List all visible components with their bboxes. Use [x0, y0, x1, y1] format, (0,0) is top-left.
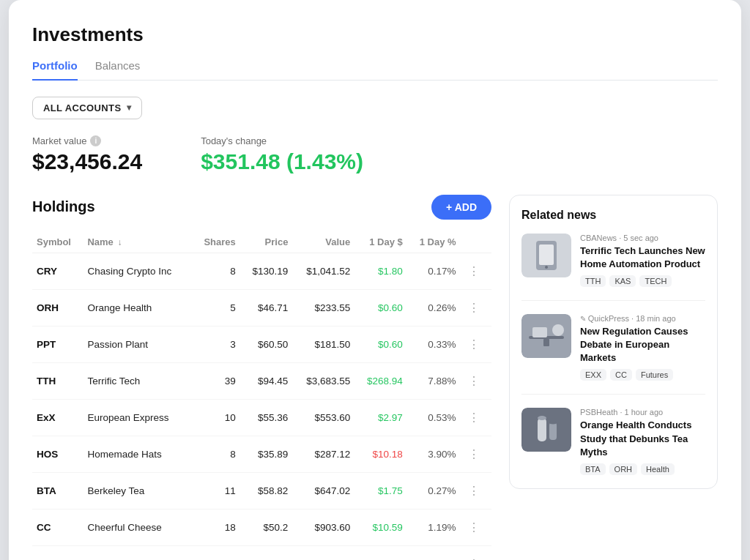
- cell-value: $1,041.52: [292, 253, 354, 289]
- col-day-dollar: 1 Day $: [354, 231, 407, 253]
- cell-symbol: KAS: [32, 545, 83, 560]
- cell-name: Passion Plant: [83, 326, 192, 362]
- holdings-header: Holdings + ADD: [32, 195, 491, 220]
- news-meta: ✎ QuickPress · 18 min ago New Regulation…: [580, 314, 705, 381]
- col-name: Name ↓: [83, 231, 192, 253]
- col-shares: Shares: [193, 231, 240, 253]
- cell-menu[interactable]: ⋮: [461, 436, 491, 472]
- news-section: Related news CBANews · 5 sec ago Terrifi…: [509, 195, 718, 561]
- cell-symbol: BTA: [32, 472, 83, 509]
- news-section-title: Related news: [521, 209, 705, 222]
- tab-balances[interactable]: Balances: [95, 59, 141, 81]
- cell-name: European Express: [83, 399, 192, 436]
- cell-day-pct: 0.17%: [407, 253, 461, 289]
- main-layout: Holdings + ADD Symbol Name ↓ Shares Pric…: [32, 195, 718, 561]
- row-menu-button[interactable]: ⋮: [465, 556, 483, 561]
- svg-rect-2: [539, 244, 554, 265]
- cell-menu[interactable]: ⋮: [461, 472, 491, 509]
- row-menu-button[interactable]: ⋮: [465, 446, 483, 463]
- cell-shares: 84: [193, 545, 240, 560]
- cell-symbol: PPT: [32, 326, 83, 362]
- cell-menu[interactable]: ⋮: [461, 289, 491, 326]
- cell-name: Berkeley Tea: [83, 472, 192, 509]
- svg-point-13: [549, 421, 557, 425]
- holdings-section: Holdings + ADD Symbol Name ↓ Shares Pric…: [32, 195, 491, 561]
- news-list: CBANews · 5 sec ago Terrific Tech Launch…: [521, 234, 705, 476]
- cell-shares: 10: [193, 399, 240, 436]
- cell-day-dollar: $2.97: [354, 399, 407, 436]
- news-tag: TECH: [639, 275, 672, 287]
- cell-menu[interactable]: ⋮: [461, 399, 491, 436]
- cell-day-pct: 1.19%: [407, 509, 461, 545]
- cell-value: $181.50: [292, 326, 354, 362]
- change-value: $351.48 (1.43%): [201, 149, 363, 174]
- news-source: CBANews · 5 sec ago: [580, 234, 705, 242]
- cell-day-pct: 1.79%: [407, 545, 461, 560]
- edit-icon: ✎: [580, 315, 588, 323]
- cell-price: $35.89: [240, 436, 293, 472]
- cell-shares: 3: [193, 326, 240, 362]
- cell-price: $60.50: [240, 326, 293, 362]
- news-meta: PSBHeath · 1 hour ago Orange Health Cond…: [580, 408, 705, 475]
- cell-symbol: CRY: [32, 253, 83, 289]
- svg-point-7: [552, 324, 564, 336]
- news-item[interactable]: PSBHeath · 1 hour ago Orange Health Cond…: [521, 408, 705, 475]
- cell-day-dollar: $10.18: [354, 436, 407, 472]
- news-tags: EXXCCFutures: [580, 369, 705, 381]
- news-meta: CBANews · 5 sec ago Terrific Tech Launch…: [580, 234, 705, 287]
- svg-rect-11: [549, 422, 557, 440]
- cell-name: Terrific Tech: [83, 362, 192, 399]
- change-label: Today's change: [201, 135, 363, 146]
- change-block: Today's change $351.48 (1.43%): [201, 135, 363, 174]
- accounts-label: ALL ACCOUNTS: [43, 102, 122, 113]
- cell-day-dollar: $10.59: [354, 509, 407, 545]
- news-tag: KAS: [609, 275, 636, 287]
- cell-day-dollar: $1.80: [354, 253, 407, 289]
- table-row: ORH Orange Health 5 $46.71 $233.55 $0.60…: [32, 289, 491, 326]
- chevron-down-icon: ▾: [127, 102, 131, 113]
- cell-shares: 11: [193, 472, 240, 509]
- news-thumbnail: [521, 314, 571, 358]
- cell-menu[interactable]: ⋮: [461, 253, 491, 289]
- cell-value: $233.55: [292, 289, 354, 326]
- row-menu-button[interactable]: ⋮: [465, 263, 483, 280]
- market-value-label: Market value i: [32, 135, 142, 146]
- row-menu-button[interactable]: ⋮: [465, 373, 483, 389]
- cell-day-dollar: $100.60: [354, 545, 407, 560]
- cell-menu[interactable]: ⋮: [461, 509, 491, 545]
- row-menu-button[interactable]: ⋮: [465, 336, 483, 353]
- cell-day-dollar: $1.75: [354, 472, 407, 509]
- tab-portfolio[interactable]: Portfolio: [32, 59, 78, 81]
- cell-shares: 8: [193, 253, 240, 289]
- news-tag: CC: [610, 369, 632, 381]
- add-button[interactable]: + ADD: [431, 195, 491, 220]
- cell-symbol: ORH: [32, 289, 83, 326]
- row-menu-button[interactable]: ⋮: [465, 482, 483, 499]
- cell-day-dollar: $268.94: [354, 362, 407, 399]
- news-item[interactable]: CBANews · 5 sec ago Terrific Tech Launch…: [521, 234, 705, 301]
- holdings-table: Symbol Name ↓ Shares Price Value 1 Day $…: [32, 231, 491, 561]
- cell-name: Kairos Electric: [83, 545, 192, 560]
- news-headline: New Regulation Causes Debate in European…: [580, 325, 705, 365]
- cell-shares: 5: [193, 289, 240, 326]
- table-row: KAS Kairos Electric 84 $68.21 $5,729.64 …: [32, 545, 491, 560]
- table-row: TTH Terrific Tech 39 $94.45 $3,683.55 $2…: [32, 362, 491, 399]
- table-row: CRY Chasing Crypto Inc 8 $130.19 $1,041.…: [32, 253, 491, 289]
- col-value: Value: [292, 231, 354, 253]
- main-card: Investments Portfolio Balances ALL ACCOU…: [9, 0, 741, 560]
- cell-menu[interactable]: ⋮: [461, 545, 491, 560]
- news-item[interactable]: ✎ QuickPress · 18 min ago New Regulation…: [521, 314, 705, 395]
- row-menu-button[interactable]: ⋮: [465, 519, 483, 536]
- news-tag: BTA: [580, 463, 606, 475]
- row-menu-button[interactable]: ⋮: [465, 409, 483, 426]
- cell-menu[interactable]: ⋮: [461, 326, 491, 362]
- news-headline: Terrific Tech Launches New Home Automati…: [580, 244, 705, 271]
- svg-point-3: [545, 266, 548, 269]
- cell-day-pct: 0.26%: [407, 289, 461, 326]
- cell-price: $55.36: [240, 399, 293, 436]
- cell-shares: 39: [193, 362, 240, 399]
- accounts-dropdown-button[interactable]: ALL ACCOUNTS ▾: [32, 97, 142, 119]
- cell-menu[interactable]: ⋮: [461, 362, 491, 399]
- col-symbol: Symbol: [32, 231, 83, 253]
- row-menu-button[interactable]: ⋮: [465, 299, 483, 316]
